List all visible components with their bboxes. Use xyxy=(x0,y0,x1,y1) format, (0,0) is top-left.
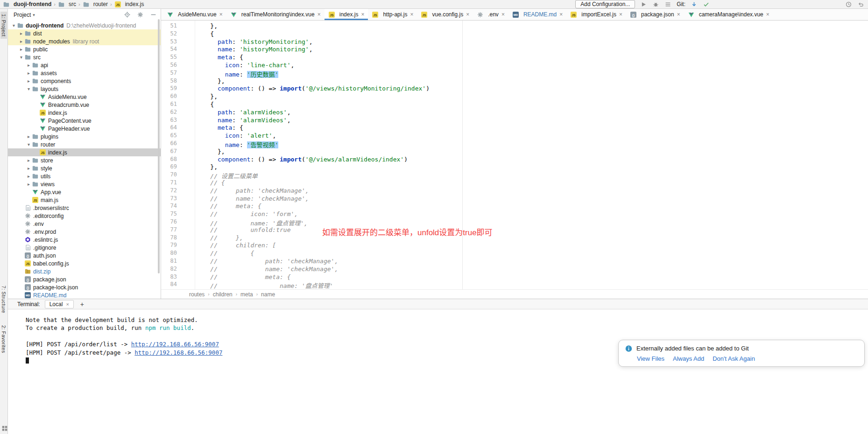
code-line-83[interactable]: 83 // meta: { xyxy=(161,273,868,281)
notification-action-don-t-ask-again[interactable]: Don't Ask Again xyxy=(713,355,755,362)
tab-cameramanage-index-vue[interactable]: cameraManage\index.vue× xyxy=(684,9,773,20)
code-line-55[interactable]: 55 meta: { xyxy=(161,54,868,62)
chevron-right-icon[interactable]: ▸ xyxy=(26,134,32,139)
code-line-73[interactable]: 73 // name: 'checkManage', xyxy=(161,195,868,203)
code-line-58[interactable]: 58 }, xyxy=(161,77,868,85)
chevron-right-icon[interactable]: ▸ xyxy=(18,31,24,36)
code-line-67[interactable]: 67 }, xyxy=(161,148,868,156)
tree-item-public[interactable]: ▸public xyxy=(8,45,161,53)
close-tab-icon[interactable]: × xyxy=(619,11,622,18)
stripe-button-7-structure[interactable]: 7: Structure xyxy=(0,283,7,315)
tab-package-json[interactable]: {}package.json× xyxy=(626,9,684,20)
git-commit-icon[interactable] xyxy=(703,1,710,8)
code-line-51[interactable]: 51 }, xyxy=(161,22,868,30)
editor-breadcrumb-routes[interactable]: routes xyxy=(189,291,205,298)
chevron-right-icon[interactable]: ▸ xyxy=(26,78,32,84)
chevron-right-icon[interactable]: ▸ xyxy=(26,63,32,68)
chevron-right-icon[interactable]: ▸ xyxy=(18,47,24,52)
code-line-71[interactable]: 71 // { xyxy=(161,179,868,187)
close-tab-icon[interactable]: × xyxy=(410,11,413,18)
tree-item-readme-md[interactable]: MDREADME.md xyxy=(8,291,161,299)
tab-readme-md[interactable]: MDREADME.md× xyxy=(508,9,566,20)
code-line-80[interactable]: 80 // { xyxy=(161,250,868,258)
code-line-76[interactable]: 76 // name: '盘点管理', xyxy=(161,218,868,226)
tree-item-src[interactable]: ▾src xyxy=(8,53,161,61)
code-line-54[interactable]: 54 name: 'historyMonitoring', xyxy=(161,46,868,54)
breadcrumb-item-router[interactable]: router xyxy=(83,1,108,7)
notification-action-always-add[interactable]: Always Add xyxy=(673,355,704,362)
chevron-down-icon[interactable]: ▾ xyxy=(18,55,24,60)
tab-http-api-js[interactable]: JShttp-api.js× xyxy=(368,9,417,20)
tree-item-node-modules[interactable]: ▸node_moduleslibrary root xyxy=(8,37,161,45)
code-line-52[interactable]: 52 { xyxy=(161,30,868,38)
tree-item-gitignore[interactable]: .gitignore xyxy=(8,244,161,252)
tab-vue-config-js[interactable]: JSvue.config.js× xyxy=(417,9,473,20)
tree-item-package-lock-json[interactable]: {}package-lock.json xyxy=(8,283,161,291)
tree-item-main-js[interactable]: JSmain.js xyxy=(8,196,161,204)
terminal-link[interactable]: http://192.168.66.56:9007 xyxy=(131,341,219,348)
rollback-icon[interactable] xyxy=(857,1,864,8)
tree-item-eslintrc-js[interactable]: .eslintrc.js xyxy=(8,236,161,244)
tree-item-api[interactable]: ▸api xyxy=(8,61,161,69)
close-tab-icon[interactable]: × xyxy=(318,11,321,18)
editor-breadcrumb-meta[interactable]: meta xyxy=(240,291,253,298)
code-line-56[interactable]: 56 icon: 'line-chart', xyxy=(161,62,868,70)
code-line-69[interactable]: 69 }, xyxy=(161,163,868,171)
stripe-button-2-favorites[interactable]: 2: Favorites xyxy=(0,323,7,356)
gear-icon[interactable] xyxy=(136,11,144,19)
history-icon[interactable] xyxy=(845,1,852,8)
code-line-60[interactable]: 60 }, xyxy=(161,93,868,101)
editor-breadcrumb-children[interactable]: children xyxy=(213,291,233,298)
chevron-right-icon[interactable]: ▸ xyxy=(18,39,24,44)
code-line-61[interactable]: 61 { xyxy=(161,101,868,109)
close-tab-icon[interactable]: × xyxy=(677,11,680,18)
tab-env[interactable]: .env× xyxy=(473,9,508,20)
code-line-72[interactable]: 72 // path: 'checkManage', xyxy=(161,187,868,195)
tree-item-env-prod[interactable]: .env.prod xyxy=(8,228,161,236)
code-line-78[interactable]: 78 // }, xyxy=(161,234,868,242)
new-terminal-icon[interactable]: + xyxy=(78,301,86,308)
chevron-right-icon[interactable]: ▸ xyxy=(26,158,32,163)
git-update-icon[interactable] xyxy=(691,1,698,8)
tree-item-components[interactable]: ▸components xyxy=(8,77,161,85)
tree-item-env[interactable]: .env xyxy=(8,220,161,228)
code-line-79[interactable]: 79 // children: [ xyxy=(161,242,868,250)
close-tab-icon[interactable]: × xyxy=(466,11,469,18)
code-line-68[interactable]: 68 component: () => import('@/views/alar… xyxy=(161,156,868,164)
code-line-81[interactable]: 81 // path: 'checkManage', xyxy=(161,258,868,266)
breadcrumb-item-index-js[interactable]: JSindex.js xyxy=(114,1,144,7)
close-tab-icon[interactable]: × xyxy=(219,11,223,18)
editor-breadcrumb-name[interactable]: name xyxy=(261,291,275,298)
chevron-down-icon[interactable]: ▾ xyxy=(11,23,17,28)
chevron-right-icon[interactable]: ▸ xyxy=(26,166,32,171)
stripe-button-1-project[interactable]: 1: Project xyxy=(0,12,7,39)
terminal-tab-local[interactable]: Local × xyxy=(45,300,74,308)
tree-item-store[interactable]: ▸store xyxy=(8,156,161,164)
close-tab-icon[interactable]: × xyxy=(766,11,769,18)
code-line-75[interactable]: 75 // icon: 'form', xyxy=(161,210,868,218)
tree-item-dist-zip[interactable]: dist.zip xyxy=(8,267,161,275)
debug-icon[interactable] xyxy=(652,1,659,8)
close-icon[interactable]: × xyxy=(66,301,69,307)
code-line-57[interactable]: 57 name: '历史数据' xyxy=(161,70,868,77)
tree-item-asidemenu-vue[interactable]: AsideMenu.vue xyxy=(8,93,161,101)
tree-item-views[interactable]: ▸views xyxy=(8,180,161,188)
breadcrumb-item-src[interactable]: src xyxy=(58,1,76,7)
coverage-icon[interactable] xyxy=(664,1,671,8)
tool-windows-icon[interactable] xyxy=(1,425,8,432)
add-configuration-button[interactable]: Add Configuration... xyxy=(575,0,635,8)
close-tab-icon[interactable]: × xyxy=(559,11,563,18)
chevron-down-icon[interactable]: ▾ xyxy=(26,86,32,91)
tree-item-package-json[interactable]: {}package.json xyxy=(8,275,161,283)
tree-item-utils[interactable]: ▸utils xyxy=(8,172,161,180)
tree-item-pagecontent-vue[interactable]: PageContent.vue xyxy=(8,117,161,125)
terminal-body[interactable]: Note that the development build is not o… xyxy=(8,309,868,434)
tree-item-index-js[interactable]: JSindex.js xyxy=(8,109,161,117)
tree-item-assets[interactable]: ▸assets xyxy=(8,69,161,77)
code-line-65[interactable]: 65 icon: 'alert', xyxy=(161,132,868,140)
close-tab-icon[interactable]: × xyxy=(501,11,505,18)
scrollbar-thumb[interactable] xyxy=(158,19,160,273)
run-icon[interactable] xyxy=(640,1,647,8)
code-line-62[interactable]: 62 path: 'alarmVideos', xyxy=(161,109,868,117)
breadcrumb-item-duoji-frontend[interactable]: duoji-frontend xyxy=(3,1,51,7)
